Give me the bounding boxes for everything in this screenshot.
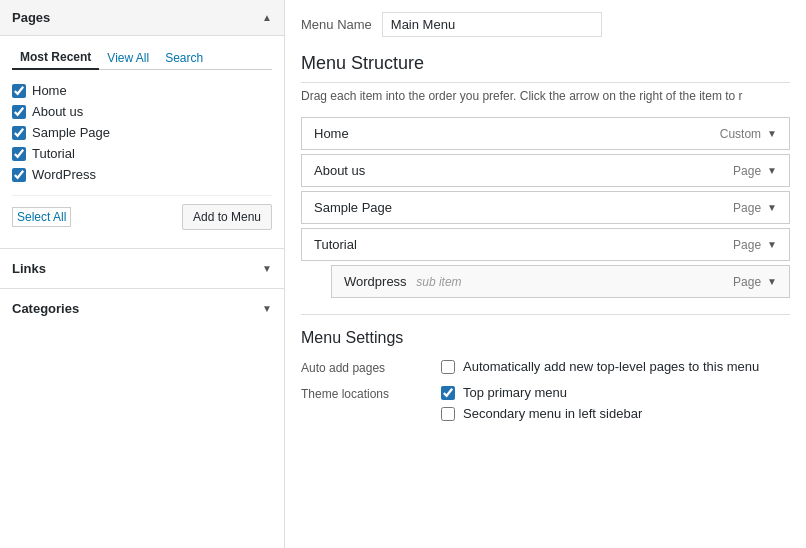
theme-locations-options: Top primary menu Secondary menu in left … [441,385,642,421]
auto-add-text: Automatically add new top-level pages to… [463,359,759,374]
links-collapse-icon: ▼ [262,263,272,274]
menu-item-tutorial[interactable]: Tutorial Page ▼ [301,228,790,261]
drag-hint: Drag each item into the order you prefer… [301,89,790,103]
list-item: Sample Page [12,122,272,143]
page-wordpress-checkbox[interactable] [12,168,26,182]
tab-view-all[interactable]: View All [99,46,157,69]
menu-item-home-name: Home [314,126,349,141]
list-item: Tutorial [12,143,272,164]
page-about-checkbox[interactable] [12,105,26,119]
pages-section: Most Recent View All Search Home About u… [0,36,284,248]
menu-item-wordpress-name-area: Wordpress sub item [344,274,462,289]
categories-section[interactable]: Categories ▼ [0,288,284,328]
structure-title: Menu Structure [301,53,790,83]
menu-item-sample-type: Page [733,201,761,215]
auto-add-checkbox[interactable] [441,360,455,374]
menu-item-tutorial-type: Page [733,238,761,252]
menu-item-wordpress[interactable]: Wordpress sub item Page ▼ [331,265,790,298]
menu-item-wordpress-right: Page ▼ [733,275,777,289]
secondary-sidebar-checkbox[interactable] [441,407,455,421]
auto-add-option: Automatically add new top-level pages to… [441,359,759,374]
auto-add-label: Auto add pages [301,359,421,375]
menu-item-about-name: About us [314,163,365,178]
list-item: Home [12,80,272,101]
menu-name-input[interactable] [382,12,602,37]
menu-settings-section: Menu Settings Auto add pages Automatical… [301,314,790,421]
settings-title: Menu Settings [301,329,790,347]
left-panel: Pages ▲ Most Recent View All Search Home… [0,0,285,548]
categories-title: Categories [12,301,79,316]
menu-item-wordpress-arrow[interactable]: ▼ [767,276,777,287]
auto-add-row: Auto add pages Automatically add new top… [301,359,790,375]
menu-item-tutorial-right: Page ▼ [733,238,777,252]
menu-item-sample[interactable]: Sample Page Page ▼ [301,191,790,224]
bottom-actions: Select All Add to Menu [12,195,272,238]
menu-item-sample-name: Sample Page [314,200,392,215]
menu-name-label: Menu Name [301,17,372,32]
menu-item-about-arrow[interactable]: ▼ [767,165,777,176]
menu-item-home-right: Custom ▼ [720,127,777,141]
menu-item-sample-right: Page ▼ [733,201,777,215]
menu-items-list: Home Custom ▼ About us Page ▼ Sample Pag… [301,117,790,298]
links-section[interactable]: Links ▼ [0,248,284,288]
theme-locations-label: Theme locations [301,385,421,421]
menu-item-about[interactable]: About us Page ▼ [301,154,790,187]
page-tutorial-checkbox[interactable] [12,147,26,161]
auto-add-options: Automatically add new top-level pages to… [441,359,759,375]
page-home-label: Home [32,83,67,98]
menu-item-wordpress-type: Page [733,275,761,289]
right-panel: Menu Name Menu Structure Drag each item … [285,0,806,548]
pages-tabs: Most Recent View All Search [12,46,272,70]
links-title: Links [12,261,46,276]
menu-item-wordpress-sublabel: sub item [416,275,461,289]
page-home-checkbox[interactable] [12,84,26,98]
top-primary-label: Top primary menu [463,385,567,400]
menu-item-tutorial-name: Tutorial [314,237,357,252]
page-tutorial-label: Tutorial [32,146,75,161]
menu-item-wordpress-name: Wordpress [344,274,407,289]
menu-item-home-arrow[interactable]: ▼ [767,128,777,139]
top-primary-option: Top primary menu [441,385,642,400]
list-item: WordPress [12,164,272,185]
tab-search[interactable]: Search [157,46,211,69]
page-wordpress-label: WordPress [32,167,96,182]
menu-item-about-type: Page [733,164,761,178]
page-about-label: About us [32,104,83,119]
menu-item-home[interactable]: Home Custom ▼ [301,117,790,150]
menu-item-sample-arrow[interactable]: ▼ [767,202,777,213]
menu-item-tutorial-arrow[interactable]: ▼ [767,239,777,250]
secondary-sidebar-option: Secondary menu in left sidebar [441,406,642,421]
secondary-sidebar-label: Secondary menu in left sidebar [463,406,642,421]
page-sample-checkbox[interactable] [12,126,26,140]
list-item: About us [12,101,272,122]
menu-item-about-right: Page ▼ [733,164,777,178]
theme-locations-row: Theme locations Top primary menu Seconda… [301,385,790,421]
menu-item-home-type: Custom [720,127,761,141]
select-all-button[interactable]: Select All [12,207,71,227]
panel-collapse-icon[interactable]: ▲ [262,12,272,23]
menu-name-row: Menu Name [301,12,790,37]
page-sample-label: Sample Page [32,125,110,140]
pages-panel-header: Pages ▲ [0,0,284,36]
tab-most-recent[interactable]: Most Recent [12,46,99,70]
pages-panel-title: Pages [12,10,50,25]
pages-checkbox-list: Home About us Sample Page Tutorial WordP… [12,80,272,185]
top-primary-checkbox[interactable] [441,386,455,400]
add-to-menu-button[interactable]: Add to Menu [182,204,272,230]
categories-collapse-icon: ▼ [262,303,272,314]
